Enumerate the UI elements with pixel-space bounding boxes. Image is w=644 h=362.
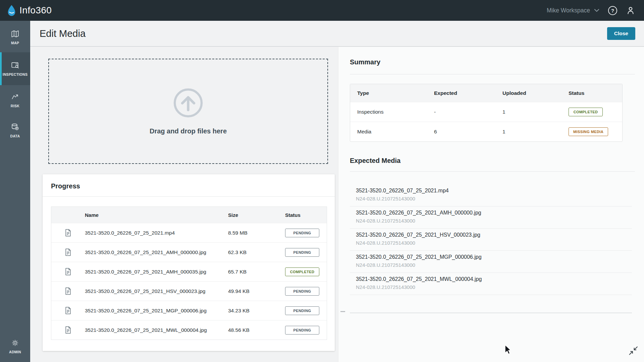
data-icon (11, 123, 19, 131)
expected-file-name: 3521-3520.0_26226_07_25_2021.mp4 (356, 188, 632, 194)
sidebar-item-label: INSPECTIONS (3, 72, 28, 76)
status-badge: COMPLETED (569, 108, 603, 116)
file-icon (51, 229, 85, 237)
close-button[interactable]: Close (607, 27, 635, 40)
summary-expected: 6 (434, 129, 502, 135)
file-name: 3521-3520.0_26226_07_25_2021.mp4 (85, 230, 228, 236)
file-size: 49.94 KB (228, 288, 285, 294)
expected-file-code: N24-028.U.210725143000 (356, 240, 632, 246)
progress-table-header: Name Size Status (51, 207, 327, 223)
file-name: 3521-3520.0_26226_07_25_2021_HSV_000023.… (85, 288, 228, 294)
topbar: Info360 Mike Workspace ? (0, 0, 644, 21)
summary-title: Summary (350, 58, 380, 66)
expected-media-list: 3521-3520.0_26226_07_25_2021.mp4 N24-028… (350, 184, 632, 295)
droplet-icon (7, 5, 16, 16)
status-badge: PENDING (285, 326, 319, 335)
table-row: 3521-3520.0_26226_07_25_2021_MGP_000006.… (51, 301, 327, 320)
sidebar: MAP INSPECTIONS RISK DATA ADM (0, 21, 30, 362)
page-title: Edit Media (40, 28, 86, 39)
column-header-type: Type (357, 90, 434, 96)
risk-icon (11, 93, 19, 101)
expected-file-name: 3521-3520.0_26226_07_25_2021_AMH_000000.… (356, 210, 632, 216)
file-size: 34.23 KB (228, 308, 285, 314)
table-row: 3521-3520.0_26226_07_25_2021_MWL_000004.… (51, 320, 327, 340)
brand-name: Info360 (19, 5, 52, 16)
sidebar-item-map[interactable]: MAP (0, 22, 30, 52)
file-size: 65.7 KB (228, 269, 285, 275)
status-badge: PENDING (285, 229, 319, 237)
sidebar-item-label: RISK (11, 104, 19, 108)
app-root: { "topbar": { "brand": "Info360", "works… (0, 0, 644, 362)
status-badge: PENDING (285, 248, 319, 257)
column-header-size: Size (228, 212, 285, 218)
table-row: 3521-3520.0_26226_07_25_2021_AMH_000000.… (51, 242, 327, 262)
sidebar-item-inspections[interactable]: INSPECTIONS (0, 52, 30, 85)
expected-file-name: 3521-3520.0_26226_07_25_2021_HSV_000023.… (356, 232, 632, 238)
status-badge: COMPLETED (285, 267, 319, 276)
status-badge: PENDING (285, 306, 319, 315)
topbar-right: Mike Workspace ? (547, 6, 635, 15)
file-name: 3521-3520.0_26226_07_25_2021_AMH_000035.… (85, 269, 228, 275)
file-icon (51, 287, 85, 295)
mouse-cursor (504, 345, 511, 355)
divider (43, 196, 335, 197)
chevron-down-icon (594, 8, 599, 12)
page-header: Edit Media Close (30, 21, 644, 47)
expected-media-title: Expected Media (350, 157, 400, 165)
collapse-icon[interactable] (629, 346, 638, 355)
summary-uploaded: 1 (502, 109, 569, 115)
sidebar-item-risk[interactable]: RISK (0, 85, 30, 115)
list-item: 3521-3520.0_26226_07_25_2021_HSV_000023.… (350, 229, 632, 251)
expected-file-name: 3521-3520.0_26226_07_25_2021_MGP_000006.… (356, 254, 632, 260)
file-size: 62.3 KB (228, 249, 285, 255)
table-row: Media 6 1 MISSING MEDIA (350, 122, 622, 141)
file-icon (51, 326, 85, 334)
sidebar-item-label: MAP (11, 41, 19, 45)
sidebar-item-data[interactable]: DATA (0, 115, 30, 145)
table-row: Inspections - 1 COMPLETED (350, 102, 622, 122)
table-row: 3521-3520.0_26226_07_25_2021.mp4 8.59 MB… (51, 223, 327, 242)
workspace-selector[interactable]: Mike Workspace (547, 7, 599, 14)
progress-table: Name Size Status 3521-3520.0_26226_07_25… (51, 206, 327, 340)
details-panel: Summary Type Expected Uploaded Status In… (338, 47, 644, 362)
expected-file-code: N24-028.U.210725143000 (356, 262, 632, 268)
main-content: Edit Media Close Drag and drop files her… (30, 21, 644, 362)
status-badge: MISSING MEDIA (569, 127, 608, 136)
scrollbar-dash[interactable] (340, 311, 345, 312)
list-item: 3521-3520.0_26226_07_25_2021_AMH_000000.… (350, 206, 632, 229)
status-badge: PENDING (285, 287, 319, 296)
summary-type: Media (357, 129, 434, 135)
list-item: 3521-3520.0_26226_07_25_2021_MWL_000004.… (350, 273, 632, 295)
table-row: 3521-3520.0_26226_07_25_2021_AMH_000035.… (51, 262, 327, 281)
upload-arrow-icon (173, 87, 204, 118)
sidebar-item-admin[interactable]: ADMIN (0, 331, 30, 361)
file-icon (51, 306, 85, 315)
help-icon[interactable]: ? (608, 6, 617, 15)
summary-expected: - (434, 109, 502, 115)
summary-table-header: Type Expected Uploaded Status (350, 84, 622, 102)
file-dropzone[interactable]: Drag and drop files here (48, 59, 328, 164)
expected-file-name: 3521-3520.0_26226_07_25_2021_MWL_000004.… (356, 276, 632, 282)
sidebar-item-label: DATA (10, 134, 20, 138)
summary-uploaded: 1 (502, 129, 569, 135)
user-icon[interactable] (626, 6, 635, 15)
list-item: 3521-3520.0_26226_07_25_2021_MGP_000006.… (350, 251, 632, 273)
column-header-status: Status (569, 90, 622, 96)
file-name: 3521-3520.0_26226_07_25_2021_AMH_000000.… (85, 249, 228, 255)
file-name: 3521-3520.0_26226_07_25_2021_MWL_000004.… (85, 327, 228, 333)
map-icon (11, 29, 19, 38)
file-size: 8.59 MB (228, 230, 285, 236)
divider (350, 74, 635, 74)
table-row: 3521-3520.0_26226_07_25_2021_HSV_000023.… (51, 281, 327, 301)
file-icon (51, 248, 85, 256)
progress-title: Progress (43, 174, 335, 196)
file-icon (51, 267, 85, 276)
expected-file-code: N24-028.U.210725143000 (356, 218, 632, 224)
progress-card: Progress Name Size Status 3521-3520.0_26… (43, 174, 335, 351)
expected-file-code: N24-028.U.210725143000 (356, 284, 632, 290)
gear-icon (11, 339, 19, 347)
inspections-icon (11, 61, 19, 70)
workspace-label: Mike Workspace (547, 7, 590, 14)
summary-type: Inspections (357, 109, 434, 115)
sidebar-item-label: ADMIN (9, 350, 21, 354)
